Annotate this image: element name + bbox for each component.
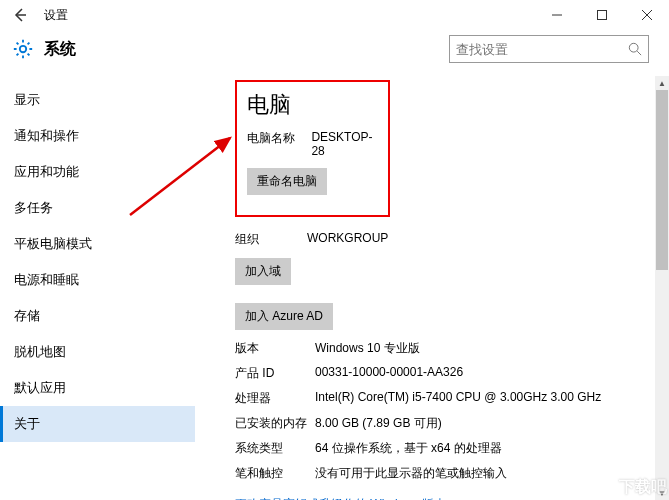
back-button[interactable] <box>8 3 32 27</box>
sidebar-item-about[interactable]: 关于 <box>0 406 195 442</box>
org-row: 组织 WORKGROUP <box>235 231 649 248</box>
systype-value: 64 位操作系统，基于 x64 的处理器 <box>315 440 502 457</box>
window-controls <box>534 0 669 30</box>
scrollbar[interactable]: ▲ ▼ <box>655 76 669 500</box>
watermark: 下载吧 <box>619 477 667 498</box>
close-button[interactable] <box>624 0 669 30</box>
sidebar-item-multitask[interactable]: 多任务 <box>0 190 195 226</box>
sidebar-item-label: 电源和睡眠 <box>14 272 79 287</box>
minimize-icon <box>552 10 562 20</box>
pc-name-label: 电脑名称 <box>247 130 311 158</box>
sidebar-item-label: 通知和操作 <box>14 128 79 143</box>
pen-row: 笔和触控 没有可用于此显示器的笔或触控输入 <box>235 465 649 482</box>
svg-rect-0 <box>597 11 606 20</box>
pc-heading: 电脑 <box>247 90 378 120</box>
systype-row: 系统类型 64 位操作系统，基于 x64 的处理器 <box>235 440 649 457</box>
version-value: Windows 10 专业版 <box>315 340 420 357</box>
pen-value: 没有可用于此显示器的笔或触控输入 <box>315 465 507 482</box>
search-box[interactable] <box>449 35 649 63</box>
sidebar-item-storage[interactable]: 存储 <box>0 298 195 334</box>
back-arrow-icon <box>12 7 28 23</box>
minimize-button[interactable] <box>534 0 579 30</box>
ram-value: 8.00 GB (7.89 GB 可用) <box>315 415 442 432</box>
highlight-annotation: 电脑 电脑名称 DESKTOP-28 重命名电脑 <box>235 80 390 217</box>
sidebar-item-label: 关于 <box>14 416 40 431</box>
join-azure-button[interactable]: 加入 Azure AD <box>235 303 333 330</box>
sidebar-item-label: 应用和功能 <box>14 164 79 179</box>
sidebar-item-label: 默认应用 <box>14 380 66 395</box>
maximize-icon <box>597 10 607 20</box>
close-icon <box>642 10 652 20</box>
join-domain-button[interactable]: 加入域 <box>235 258 291 285</box>
rename-pc-button[interactable]: 重命名电脑 <box>247 168 327 195</box>
sidebar: 显示 通知和操作 应用和功能 多任务 平板电脑模式 电源和睡眠 存储 脱机地图 … <box>0 76 195 500</box>
sidebar-item-label: 脱机地图 <box>14 344 66 359</box>
svg-point-2 <box>629 43 638 52</box>
version-label: 版本 <box>235 340 315 357</box>
sidebar-item-label: 存储 <box>14 308 40 323</box>
sidebar-item-notifications[interactable]: 通知和操作 <box>0 118 195 154</box>
scroll-up-icon[interactable]: ▲ <box>655 76 669 90</box>
version-row: 版本 Windows 10 专业版 <box>235 340 649 357</box>
cpu-label: 处理器 <box>235 390 315 407</box>
link-product-key[interactable]: 更改产品密钥或升级你的 Windows 版本 <box>235 496 649 500</box>
gear-icon <box>12 38 34 60</box>
sidebar-item-label: 多任务 <box>14 200 53 215</box>
sidebar-item-display[interactable]: 显示 <box>0 82 195 118</box>
ram-label: 已安装的内存 <box>235 415 315 432</box>
page-title: 系统 <box>44 39 439 60</box>
cpu-value: Intel(R) Core(TM) i5-7400 CPU @ 3.00GHz … <box>315 390 601 407</box>
org-label: 组织 <box>235 231 307 248</box>
product-id-label: 产品 ID <box>235 365 315 382</box>
product-id-value: 00331-10000-00001-AA326 <box>315 365 463 382</box>
pc-name-row: 电脑名称 DESKTOP-28 <box>247 130 378 158</box>
org-value: WORKGROUP <box>307 231 388 248</box>
cpu-row: 处理器 Intel(R) Core(TM) i5-7400 CPU @ 3.00… <box>235 390 649 407</box>
content: 显示 通知和操作 应用和功能 多任务 平板电脑模式 电源和睡眠 存储 脱机地图 … <box>0 76 669 500</box>
main-panel: 电脑 电脑名称 DESKTOP-28 重命名电脑 组织 WORKGROUP 加入… <box>195 76 669 500</box>
sidebar-item-label: 显示 <box>14 92 40 107</box>
pen-label: 笔和触控 <box>235 465 315 482</box>
search-input[interactable] <box>456 42 628 57</box>
product-id-row: 产品 ID 00331-10000-00001-AA326 <box>235 365 649 382</box>
maximize-button[interactable] <box>579 0 624 30</box>
systype-label: 系统类型 <box>235 440 315 457</box>
search-icon <box>628 42 642 56</box>
sidebar-item-tablet[interactable]: 平板电脑模式 <box>0 226 195 262</box>
ram-row: 已安装的内存 8.00 GB (7.89 GB 可用) <box>235 415 649 432</box>
pc-name-value: DESKTOP-28 <box>311 130 378 158</box>
svg-point-1 <box>20 46 26 52</box>
window-title: 设置 <box>44 7 68 24</box>
sidebar-item-label: 平板电脑模式 <box>14 236 92 251</box>
sidebar-item-defaultapps[interactable]: 默认应用 <box>0 370 195 406</box>
scroll-thumb[interactable] <box>656 90 668 270</box>
sidebar-item-power[interactable]: 电源和睡眠 <box>0 262 195 298</box>
sidebar-item-apps[interactable]: 应用和功能 <box>0 154 195 190</box>
header: 系统 <box>0 30 669 76</box>
sidebar-item-maps[interactable]: 脱机地图 <box>0 334 195 370</box>
titlebar: 设置 <box>0 0 669 30</box>
titlebar-left: 设置 <box>8 3 68 27</box>
